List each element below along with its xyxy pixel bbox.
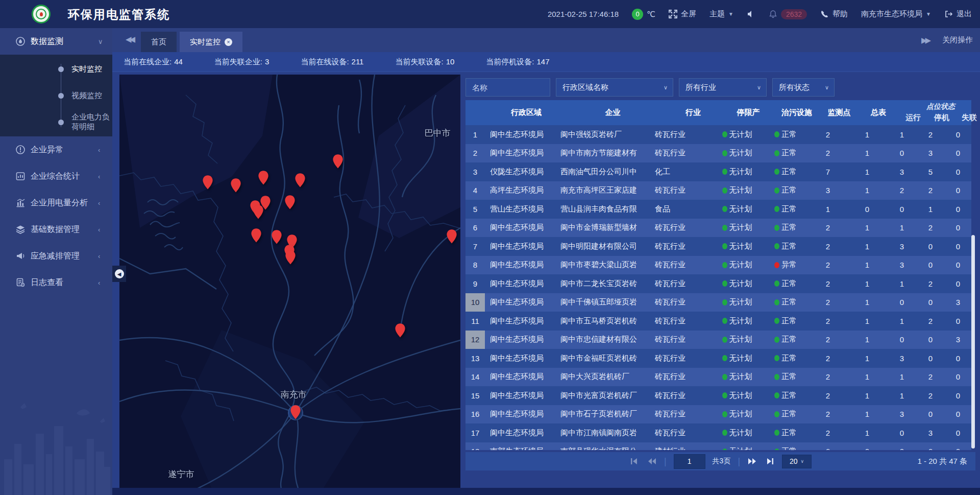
status-dot-green xyxy=(774,206,779,212)
cell-company: 南充市高坪区王家店建 xyxy=(557,185,652,195)
table-row[interactable]: 1阆中生态环境局阆中强锐页岩砖厂砖瓦行业无计划正常21120 xyxy=(465,125,971,144)
cell-running: 0 xyxy=(888,205,916,214)
megaphone-icon xyxy=(15,251,26,261)
sidebar-item-5[interactable]: 应急减排管理‹ xyxy=(0,243,112,269)
map-pin[interactable] xyxy=(446,229,457,244)
page-number-input[interactable] xyxy=(674,454,705,469)
table-row[interactable]: 18南部生态环境局南部县砚华水泥有限公建材行业无计划正常60060 xyxy=(465,442,971,451)
table-row[interactable]: 12阆中生态环境局阆中市忠信建材有限公砖瓦行业无计划正常21003 xyxy=(465,331,971,349)
map-pin[interactable] xyxy=(284,195,296,210)
sidebar-subitem-1[interactable]: 视频监控 xyxy=(0,82,112,109)
cell-offline: 0 xyxy=(945,223,971,232)
sidebar-subitem-0[interactable]: 实时监控 xyxy=(0,56,112,82)
notifications-button[interactable]: 2632 xyxy=(769,9,807,19)
map-pin[interactable] xyxy=(295,173,306,188)
cell-running: 0 xyxy=(888,298,916,307)
chevron-down-icon: ∨ xyxy=(825,84,829,91)
cell-monitor-points: 2 xyxy=(809,149,847,157)
cell-industry: 砖瓦行业 xyxy=(652,297,712,307)
org-dropdown[interactable]: 南充市生态环境局 ▼ xyxy=(861,9,931,19)
map-pin[interactable] xyxy=(253,204,264,220)
map-pin[interactable] xyxy=(251,228,262,243)
map-panel[interactable]: 巴中市南充市遂宁市 xyxy=(119,75,460,488)
fullscreen-button[interactable]: 全屏 xyxy=(669,9,696,19)
map-pin[interactable] xyxy=(202,175,213,190)
cell-offline: 0 xyxy=(945,168,971,176)
first-page-icon[interactable] xyxy=(629,457,640,465)
map-pin[interactable] xyxy=(258,170,269,185)
tabs-scroll-left-icon[interactable]: ◀◀ xyxy=(126,35,133,44)
table-row[interactable]: 8阆中生态环境局阆中市枣碧大梁山页岩砖瓦行业无计划异常21300 xyxy=(465,256,971,275)
cell-industry: 砖瓦行业 xyxy=(652,428,712,438)
theme-dropdown[interactable]: 主题 ▼ xyxy=(709,9,733,19)
table-row[interactable]: 3仪陇生态环境局西南油气田分公司川中化工无计划正常71350 xyxy=(465,162,971,181)
table-row[interactable]: 4高坪生态环境局南充市高坪区王家店建砖瓦行业无计划正常31220 xyxy=(465,181,971,200)
table-row[interactable]: 16阆中生态环境局阆中市石子页岩机砖厂砖瓦行业无计划正常21300 xyxy=(465,405,971,424)
cell-row-number: 6 xyxy=(465,219,485,238)
map-pin[interactable] xyxy=(271,229,282,245)
page-size-select[interactable]: 20 ∨ xyxy=(782,455,812,468)
sidebar-subitem-2[interactable]: 企业电力负荷明细 xyxy=(0,109,112,135)
cell-company: 西南油气田分公司川中 xyxy=(557,167,652,177)
sidebar-item-label: 企业异常 xyxy=(31,145,63,155)
map-collapse-button[interactable]: ◀ xyxy=(112,266,126,282)
table-row[interactable]: 17阆中生态环境局阆中市江南镇阆南页岩砖瓦行业无计划正常21030 xyxy=(465,423,971,442)
next-page-icon[interactable] xyxy=(747,457,757,465)
prev-page-icon[interactable] xyxy=(647,457,657,465)
table-row[interactable]: 15阆中生态环境局阆中市光富页岩机砖厂砖瓦行业无计划正常21120 xyxy=(465,386,971,405)
layers-icon xyxy=(15,224,26,234)
cell-production-status: 无计划 xyxy=(712,130,762,139)
cell-stopped: 3 xyxy=(916,429,945,437)
logout-button[interactable]: 退出 xyxy=(944,9,972,19)
table-row[interactable]: 9阆中生态环境局阆中市二龙长宝页岩砖砖瓦行业无计划正常21120 xyxy=(465,274,971,293)
sidebar-item-1[interactable]: 企业异常‹ xyxy=(0,136,112,163)
industry-select-value: 所有行业 xyxy=(685,83,716,92)
help-button[interactable]: 帮助 xyxy=(820,9,848,19)
cell-offline: 0 xyxy=(945,130,971,139)
tab-0[interactable]: 首页 xyxy=(141,32,177,52)
table-row[interactable]: 6阆中生态环境局阆中市金博瑞新型墙材砖瓦行业无计划正常21120 xyxy=(465,219,971,238)
map-pin[interactable] xyxy=(230,178,241,193)
map-pin[interactable] xyxy=(332,154,344,169)
table-row[interactable]: 2阆中生态环境局阆中市南方节能建材有砖瓦行业无计划正常21030 xyxy=(465,144,971,163)
cell-row-number: 14 xyxy=(465,368,485,387)
name-search-input[interactable] xyxy=(465,78,550,97)
close-icon[interactable]: × xyxy=(225,38,232,46)
sidebar-item-4[interactable]: 基础数据管理‹ xyxy=(0,216,112,243)
column-header-production: 停限产 xyxy=(723,100,773,125)
cell-region: 营山生态环境局 xyxy=(485,204,557,214)
sidebar-item-6[interactable]: 日志查看‹ xyxy=(0,269,112,296)
tabs-scroll-right-icon[interactable]: ▶▶ xyxy=(921,36,929,45)
cell-region: 阆中生态环境局 xyxy=(485,316,557,326)
sidebar-item-label: 数据监测 xyxy=(31,36,63,47)
table-scrollbar[interactable] xyxy=(971,125,975,450)
table-row[interactable]: 14阆中生态环境局阆中大兴页岩机砖厂砖瓦行业无计划正常21120 xyxy=(465,368,971,387)
mute-button[interactable] xyxy=(747,10,755,18)
cell-total-meter: 1 xyxy=(847,372,888,381)
table-row[interactable]: 11阆中生态环境局阆中市五马桥页岩机砖砖瓦行业无计划正常21120 xyxy=(465,312,971,331)
status-select[interactable]: 所有状态 ∨ xyxy=(772,78,835,97)
sidebar-item-0[interactable]: 数据监测∨ xyxy=(0,28,112,55)
sidebar-item-3[interactable]: 企业用电量分析‹ xyxy=(0,190,112,216)
tab-1[interactable]: 实时监控× xyxy=(180,32,242,52)
pagination-range-label: 1 - 20 共 47 条 xyxy=(917,457,967,466)
header-datetime: 2021-02-25 17:46:18 xyxy=(548,10,619,18)
cell-production-status: 无计划 xyxy=(712,428,762,438)
sidebar-item-2[interactable]: 企业综合统计‹ xyxy=(0,163,112,190)
chevron-down-icon: ∨ xyxy=(757,84,761,91)
map-pin[interactable] xyxy=(395,323,406,338)
region-select[interactable]: 行政区域名称 ∨ xyxy=(556,78,673,97)
table-row[interactable]: 7阆中生态环境局阆中明阳建材有限公司砖瓦行业无计划正常21300 xyxy=(465,237,971,256)
cell-region: 南部生态环境局 xyxy=(485,446,557,450)
map-pin[interactable] xyxy=(290,405,301,420)
cell-total-meter: 1 xyxy=(847,130,888,139)
table-row[interactable]: 10阆中生态环境局阆中千佛镇五郎垭页岩砖瓦行业无计划正常21003 xyxy=(465,293,971,312)
table-row[interactable]: 5营山生态环境局营山县润丰肉食品有限食品无计划正常10010 xyxy=(465,200,971,219)
last-page-icon[interactable] xyxy=(765,457,775,465)
cell-industry: 砖瓦行业 xyxy=(652,353,712,363)
close-operations-button[interactable]: 关闭操作 xyxy=(942,35,973,45)
fullscreen-label: 全屏 xyxy=(681,9,696,19)
table-row[interactable]: 13阆中生态环境局阆中市金福旺页岩机砖砖瓦行业无计划正常21300 xyxy=(465,349,971,368)
industry-select[interactable]: 所有行业 ∨ xyxy=(679,78,767,97)
map-pin[interactable] xyxy=(285,250,296,265)
